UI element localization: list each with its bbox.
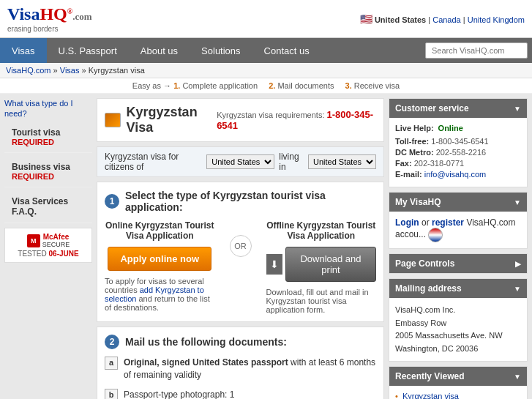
offline-option-desc: Download, fill out and mail in Kyrgyzsta… [266, 288, 377, 314]
nav-tabs: Visas U.S. Passport About us Solutions C… [0, 38, 421, 63]
my-visahq-header[interactable]: My VisaHQ ▼ [389, 193, 527, 212]
tourist-visa-label: Tourist visa [12, 127, 85, 138]
logo[interactable]: VisaHQ®.com [7, 4, 92, 24]
doc-text-b: Passport-type photograph: 1 [124, 389, 234, 399]
mailing-arrow-icon: ▼ [514, 285, 521, 293]
visa-type-help-link[interactable]: What visa type do I need? [4, 99, 73, 118]
customer-service-header[interactable]: Customer service ▼ [389, 99, 527, 118]
breadcrumb-home[interactable]: VisaHQ.com [6, 66, 51, 75]
mcafee-badge: M McAfee SECURE TESTED 06-JUNE [4, 228, 92, 263]
nav-tab-passport[interactable]: U.S. Passport [47, 38, 129, 63]
mailing-content: VisaHQ.com Inc. Embassy Row 2005 Massach… [389, 298, 527, 361]
citizen-bar: Kyrgyzstan visa for citizens of United S… [97, 146, 384, 177]
apply-online-button[interactable]: Apply online now [108, 247, 211, 271]
offline-option-title: Offline Kyrgyzstan Tourist Visa Applicat… [266, 220, 377, 241]
mailing-line3: Washington, DC 20036 [395, 343, 521, 356]
logo-tagline: erasing borders [7, 25, 92, 33]
mailing-address-box: Mailing address ▼ VisaHQ.com Inc. Embass… [389, 278, 528, 362]
logo-text: VisaHQ®.com [7, 5, 92, 23]
cs-email-link[interactable]: info@visahq.com [424, 170, 487, 179]
citizen-label2: living in [279, 152, 304, 172]
cs-email: E-mail: info@visahq.com [395, 170, 521, 179]
page-title: Kyrgyzstan Visa [127, 105, 217, 135]
nav-tab-contact[interactable]: Contact us [252, 38, 321, 63]
online-option: Online Kyrgyzstan Tourist Visa Applicati… [105, 220, 215, 312]
visa-type-sidebar: What visa type do I need? Tourist visa R… [4, 98, 92, 399]
recently-viewed-box: Recently Viewed ▼ • Kyrgyzstan visa [389, 366, 528, 399]
breadcrumb-current: Kyrgyzstan visa [89, 66, 145, 75]
customer-service-box: Customer service ▼ Live Help: Online Tol… [389, 98, 528, 187]
mcafee-tested: TESTED 06-JUNE [10, 250, 87, 258]
us-flag-circle-icon [428, 228, 443, 242]
section2-num: 2 [105, 335, 119, 349]
my-visahq-content: Login or register VisaHQ.com accou... [389, 212, 527, 248]
mailing-company: VisaHQ.com Inc. [395, 304, 521, 317]
mailing-line2: 2005 Massachusetts Ave. NW [395, 329, 521, 343]
breadcrumb: VisaHQ.com » Visas » Kyrgyzstan visa [0, 63, 532, 78]
step1-label: Complete application [182, 81, 258, 90]
search-input[interactable] [425, 42, 528, 59]
bullet-icon: • [395, 392, 398, 399]
breadcrumb-visas[interactable]: Visas [60, 66, 80, 75]
visa-type-business[interactable]: Business visa REQUIRED [4, 156, 92, 187]
phone-label: Kyrgyzstan visa requirements: [217, 111, 324, 119]
citizen-country-select[interactable]: United States [206, 154, 274, 169]
page-controls-header[interactable]: Page Controls ▶ [389, 254, 527, 273]
easy-arrow: → [163, 81, 173, 90]
right-sidebar: Customer service ▼ Live Help: Online Tol… [389, 98, 528, 399]
page-controls-box: Page Controls ▶ [389, 253, 528, 274]
section1-num: 1 [105, 194, 119, 209]
doc-item-b: b Passport-type photograph: 1 [105, 389, 376, 399]
citizen-label1: Kyrgyzstan visa for citizens of [105, 152, 202, 172]
page-controls-arrow-icon: ▶ [515, 260, 521, 268]
visa-card-icon [105, 113, 121, 127]
nav-tab-visas[interactable]: Visas [0, 38, 47, 63]
canada-link[interactable]: Canada [432, 15, 461, 24]
section1-title: Select the type of Kyrgyzstan tourist vi… [125, 190, 376, 213]
header: VisaHQ®.com erasing borders 🇺🇸 United St… [0, 0, 532, 38]
cs-online-status: Online [438, 124, 463, 133]
current-country: United States [375, 15, 426, 24]
citizen-living-select[interactable]: United States [308, 154, 376, 169]
easy-label: Easy as [132, 81, 161, 90]
business-visa-label: Business visa [12, 162, 85, 172]
recently-viewed-header[interactable]: Recently Viewed ▼ [389, 367, 527, 386]
doc-item-a: a Original, signed United States passpor… [105, 357, 376, 381]
step2-num: 2. [269, 81, 275, 90]
cs-dc: DC Metro: 202-558-2216 [395, 148, 521, 157]
nav-tab-solutions[interactable]: Solutions [190, 38, 252, 63]
cs-live-help: Live Help: Online [395, 124, 521, 133]
visa-type-faq[interactable]: Visa Services F.A.Q. [4, 190, 92, 223]
step3-label: Receive visa [354, 81, 400, 90]
visa-options: Online Kyrgyzstan Tourist Visa Applicati… [105, 220, 376, 314]
online-option-title: Online Kyrgyzstan Tourist Visa Applicati… [105, 220, 215, 241]
my-visahq-arrow-icon: ▼ [514, 198, 521, 206]
download-icon: ⬇ [266, 254, 283, 275]
section2-header: 2 Mail us the following documents: [105, 335, 376, 349]
page-title-left: Kyrgyzstan Visa [105, 105, 217, 135]
download-print-button[interactable]: Download and print [285, 247, 376, 282]
section2-title: Mail us the following documents: [125, 336, 287, 348]
recently-viewed-item[interactable]: Kyrgyzstan visa [402, 392, 459, 399]
doc-letter-b: b [105, 389, 118, 399]
nav: Visas U.S. Passport About us Solutions C… [0, 38, 532, 63]
country-selector: 🇺🇸 United States | Canada | United Kingd… [360, 13, 525, 25]
recently-viewed-content: • Kyrgyzstan visa [389, 386, 527, 399]
login-link[interactable]: Login [395, 217, 419, 228]
nav-tab-about[interactable]: About us [129, 38, 190, 63]
register-link[interactable]: register [432, 217, 464, 228]
cs-arrow-icon: ▼ [514, 105, 521, 113]
mcafee-label: McAfee [42, 233, 70, 241]
mailing-address-header[interactable]: Mailing address ▼ [389, 279, 527, 298]
mcafee-icon: M [27, 234, 40, 247]
doc-letter-a: a [105, 357, 118, 370]
section-2: 2 Mail us the following documents: a Ori… [97, 327, 384, 399]
flag-us-icon: 🇺🇸 [360, 13, 372, 25]
mcafee-secure: SECURE [42, 241, 70, 248]
phone-area: Kyrgyzstan visa requirements: 1-800-345-… [217, 109, 376, 131]
uk-link[interactable]: United Kingdom [468, 15, 525, 24]
main: What visa type do I need? Tourist visa R… [0, 94, 532, 399]
mailing-line1: Embassy Row [395, 317, 521, 330]
logo-area: VisaHQ®.com erasing borders [7, 4, 92, 33]
visa-type-tourist[interactable]: Tourist visa REQUIRED [4, 122, 92, 153]
